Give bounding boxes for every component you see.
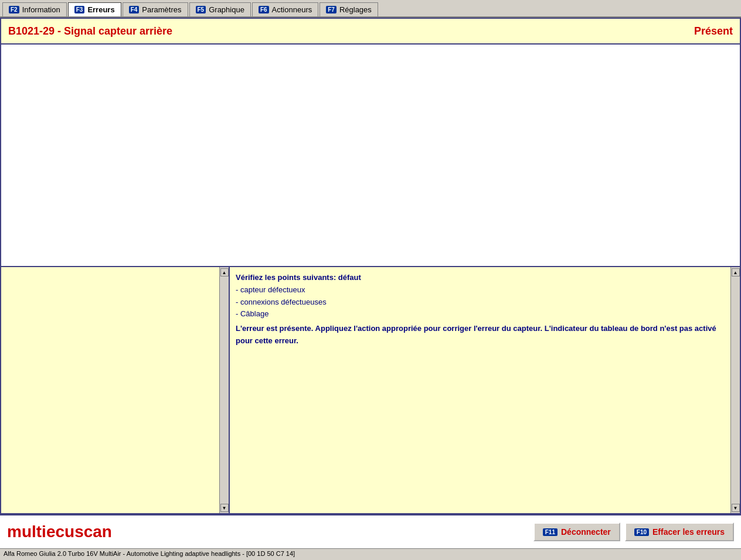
status-bar-text: Alfa Romeo Giulia 2.0 Turbo 16V MultiAir… [4, 550, 295, 557]
fkey-f10: F10 [634, 528, 649, 536]
tab-information[interactable]: F2 Information [2, 2, 67, 16]
lower-right-panel: Vérifiez les points suivants: défaut - c… [230, 267, 740, 513]
clear-errors-button[interactable]: F10 Effacer les erreurs [625, 523, 734, 541]
fkey-f11: F11 [543, 528, 558, 536]
tab-reglages-label: Réglages [339, 5, 372, 14]
tab-actionneurs[interactable]: F6 Actionneurs [252, 2, 318, 16]
footer-buttons: F11 Déconnecter F10 Effacer les erreurs [533, 523, 734, 541]
brand-ecu: ecu [46, 523, 74, 541]
diagnostic-line2: - capteur défectueux [236, 284, 734, 296]
disconnect-label: Déconnecter [561, 527, 611, 537]
scroll-up-arrow[interactable]: ▲ [220, 268, 229, 276]
fkey-f6: F6 [259, 6, 269, 13]
fkey-f5: F5 [196, 6, 206, 13]
lower-panels: ▲ ▼ Vérifiez les points suivants: défaut… [1, 267, 740, 513]
left-scrollbar[interactable]: ▲ ▼ [219, 267, 229, 513]
main-wrapper: B1021-29 - Signal capteur arrière Présen… [0, 18, 741, 548]
brand-logo: multiecuscan [7, 523, 112, 541]
main-content: B1021-29 - Signal capteur arrière Présen… [0, 18, 741, 514]
right-scroll-down-arrow[interactable]: ▼ [732, 504, 740, 512]
tab-information-label: Information [22, 5, 60, 14]
disconnect-button[interactable]: F11 Déconnecter [533, 523, 620, 541]
fkey-f4: F4 [129, 6, 140, 13]
brand-multi: multi [7, 523, 46, 541]
diagnostic-line3: - connexions défectueuses [236, 296, 734, 309]
status-bar: Alfa Romeo Giulia 2.0 Turbo 16V MultiAir… [0, 548, 741, 560]
tab-erreurs[interactable]: F3 Erreurs [68, 2, 121, 16]
tab-parametres-label: Paramètres [142, 5, 181, 14]
brand-scan: scan [74, 523, 112, 541]
fkey-f2: F2 [9, 6, 19, 13]
tab-graphique[interactable]: F5 Graphique [189, 2, 251, 16]
diagnostic-line1: Vérifiez les points suivants: défaut [236, 272, 734, 284]
scroll-down-arrow[interactable]: ▼ [220, 504, 229, 512]
tab-actionneurs-label: Actionneurs [272, 5, 312, 14]
diagnostic-line5: L'erreur est présente. Appliquez l'actio… [236, 323, 734, 347]
tab-bar: F2 Information F3 Erreurs F4 Paramètres … [0, 0, 741, 18]
tab-graphique-label: Graphique [209, 5, 244, 14]
error-title-bar: B1021-29 - Signal capteur arrière Présen… [1, 19, 740, 45]
diagnostic-text: Vérifiez les points suivants: défaut - c… [236, 272, 734, 347]
footer: multiecuscan F11 Déconnecter F10 Effacer… [0, 514, 741, 548]
fkey-f7: F7 [326, 6, 336, 13]
tab-erreurs-label: Erreurs [87, 5, 114, 14]
error-title: B1021-29 - Signal capteur arrière [8, 25, 172, 37]
diagnostic-line4: - Câblage [236, 308, 734, 320]
error-status: Présent [694, 25, 733, 37]
tab-parametres[interactable]: F4 Paramètres [123, 2, 188, 16]
fkey-f3: F3 [74, 6, 85, 13]
right-scroll-up-arrow[interactable]: ▲ [732, 268, 740, 276]
lower-left-panel: ▲ ▼ [1, 267, 230, 513]
clear-label: Effacer les erreurs [652, 527, 725, 537]
tab-reglages[interactable]: F7 Réglages [319, 2, 378, 16]
right-scrollbar[interactable]: ▲ ▼ [730, 267, 740, 513]
upper-panel [1, 45, 740, 267]
